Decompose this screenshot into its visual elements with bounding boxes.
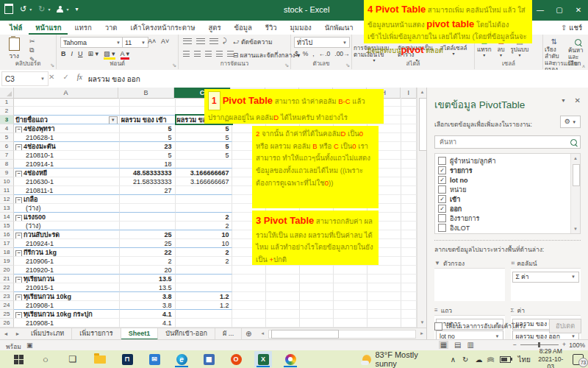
insert-function-icon[interactable]: fx bbox=[77, 73, 82, 81]
clock[interactable]: 8:29 AM 2021-10-03 bbox=[537, 347, 565, 368]
hidden-icons-chevron-icon[interactable]: ∧ bbox=[451, 355, 456, 364]
comma-format-button[interactable]: , bbox=[312, 50, 314, 57]
field-checkbox[interactable] bbox=[438, 157, 446, 165]
cell-E26[interactable] bbox=[266, 319, 300, 328]
pane-options-icon[interactable]: ▼ bbox=[561, 98, 566, 103]
cell-A9[interactable]: −4ช่องหยี bbox=[14, 168, 120, 177]
redo-icon[interactable]: ↻ bbox=[38, 4, 45, 14]
select-all-corner[interactable] bbox=[0, 88, 14, 99]
cell-C12[interactable] bbox=[176, 194, 233, 204]
cell-B14[interactable] bbox=[120, 212, 176, 222]
formula-bar-value[interactable]: ผลรวม ของ ออก bbox=[88, 74, 140, 85]
cell-A10[interactable]: 210630-1 bbox=[14, 177, 120, 186]
cell-G21[interactable] bbox=[334, 275, 368, 283]
field-checkbox[interactable] bbox=[438, 224, 446, 232]
scrollbar-thumb[interactable] bbox=[573, 164, 580, 186]
percent-format-button[interactable]: % bbox=[303, 50, 309, 57]
collapse-group-icon[interactable]: − bbox=[15, 250, 22, 257]
copy-icon[interactable]: ⧉ bbox=[29, 46, 35, 54]
zoom-slider-thumb[interactable] bbox=[538, 342, 540, 347]
cell-I7[interactable] bbox=[401, 151, 417, 160]
cell-F20[interactable] bbox=[300, 266, 334, 275]
cell-B19[interactable]: 2 bbox=[120, 257, 176, 266]
update-button[interactable]: อัปเดต bbox=[549, 319, 581, 333]
number-format-combo[interactable]: ทั่วไป▼ bbox=[294, 37, 350, 48]
cell-C4[interactable]: 5 bbox=[176, 124, 233, 133]
collapse-group-icon[interactable]: − bbox=[15, 294, 22, 301]
page-break-view-icon[interactable]: ▥ bbox=[467, 341, 474, 349]
orientation-icon[interactable]: ⤸ bbox=[223, 37, 226, 45]
note-3[interactable]: 3 Pivot Table สามารถกลับค่า ผลรวมให้เป็น… bbox=[252, 210, 379, 265]
cell-B25[interactable]: 4.1 bbox=[120, 309, 176, 319]
cell-G25[interactable] bbox=[334, 310, 368, 319]
cell-B4[interactable]: 5 bbox=[120, 124, 176, 133]
cell-H26[interactable] bbox=[368, 319, 401, 328]
row-header-15[interactable]: 15 bbox=[0, 222, 14, 230]
cell-F23[interactable] bbox=[300, 292, 334, 301]
cut-icon[interactable]: ✂ bbox=[29, 38, 35, 45]
new-sheet-icon[interactable]: ⊕ bbox=[242, 328, 255, 340]
row-header-21[interactable]: 21 bbox=[0, 275, 14, 283]
align-bottom-icon[interactable] bbox=[209, 38, 218, 45]
enter-icon[interactable]: ✓ bbox=[62, 73, 68, 81]
office-button[interactable]: O bbox=[227, 351, 245, 367]
tab-5[interactable]: สูตร bbox=[201, 21, 227, 35]
cell-E22[interactable] bbox=[266, 283, 300, 292]
sheet-tab-0[interactable]: เพิ่มประเภท bbox=[24, 328, 72, 340]
column-header-B[interactable]: B bbox=[118, 88, 174, 99]
align-top-icon[interactable] bbox=[183, 38, 192, 45]
cell-I6[interactable] bbox=[401, 142, 417, 151]
tab-7[interactable]: รีวิว bbox=[259, 21, 284, 35]
cell-E23[interactable] bbox=[266, 292, 300, 301]
cell-C19[interactable]: 2 bbox=[176, 257, 233, 266]
bold-button[interactable]: B bbox=[61, 50, 66, 57]
sheet-tab-3[interactable]: บันทึกเข้า-ออก bbox=[158, 328, 215, 340]
note-2[interactable]: 2 จากนั้น ถ้าค่าที่ได้ในคอลัมD เป็น0 หรื… bbox=[252, 126, 379, 208]
font-name-combo[interactable]: Tahoma▼ bbox=[60, 37, 123, 48]
wifi-icon[interactable]: ((( bbox=[487, 357, 495, 361]
cell-A25[interactable]: −ทุเรียนกวน 10kg กระปุก bbox=[14, 309, 120, 319]
cell-I21[interactable] bbox=[401, 275, 417, 283]
columns-well[interactable]: Σ ค่า▼ bbox=[511, 268, 581, 301]
cell-C6[interactable]: 5 bbox=[176, 141, 233, 151]
cell-F26[interactable] bbox=[300, 319, 334, 328]
grow-font-button[interactable]: A˄ bbox=[148, 38, 156, 45]
cell-I17[interactable] bbox=[401, 239, 417, 248]
cell-A16[interactable]: −กวนสับปะรด bbox=[14, 230, 120, 239]
field-item-0[interactable]: ผู้จำหน่าย/ลูกค้า bbox=[438, 156, 570, 166]
field-checkbox[interactable] bbox=[438, 185, 446, 194]
row-header-4[interactable]: 4 bbox=[0, 124, 14, 133]
cell-D20[interactable] bbox=[232, 266, 266, 275]
save-icon[interactable] bbox=[4, 4, 13, 14]
onedrive-cloud-icon[interactable]: ☁ bbox=[475, 355, 482, 364]
cell-C25[interactable] bbox=[176, 309, 233, 319]
cell-I23[interactable] bbox=[401, 292, 417, 301]
font-dialog-launcher-icon[interactable]: ⇘ bbox=[172, 63, 176, 68]
cell-D21[interactable] bbox=[232, 275, 266, 283]
collapse-group-icon[interactable]: − bbox=[15, 233, 22, 239]
start-button[interactable] bbox=[10, 351, 27, 367]
cell-A6[interactable]: −4ช่องมะตัน bbox=[14, 141, 120, 151]
field-item-5[interactable]: ✓ออก bbox=[438, 204, 570, 213]
row-header-22[interactable]: 22 bbox=[0, 283, 14, 292]
cell-I25[interactable] bbox=[401, 310, 417, 319]
cell-I22[interactable] bbox=[401, 283, 417, 292]
sheet-tab-4[interactable]: ผั ... bbox=[215, 328, 242, 340]
cell-B23[interactable]: 3.8 bbox=[120, 291, 176, 301]
task-view-button[interactable]: ❏ bbox=[64, 351, 82, 367]
edge-button[interactable]: e bbox=[173, 351, 190, 367]
row-header-6[interactable]: 6 bbox=[0, 142, 14, 151]
cell-I2[interactable] bbox=[401, 107, 417, 116]
decrease-decimal-button[interactable]: .00→ bbox=[334, 50, 349, 57]
align-left-icon[interactable] bbox=[183, 51, 190, 57]
cell-A19[interactable]: 210906-1 bbox=[14, 257, 120, 266]
tab-8[interactable]: มุมมอง bbox=[284, 21, 318, 35]
cell-F22[interactable] bbox=[300, 283, 334, 292]
italic-button[interactable]: I bbox=[71, 50, 74, 57]
tab-4[interactable]: เค้าโครงหน้ากระดาษ bbox=[124, 21, 202, 35]
calculator-button[interactable]: ▦ bbox=[200, 351, 218, 367]
cancel-icon[interactable]: ✕ bbox=[49, 73, 54, 81]
name-box[interactable]: C3 ▼ bbox=[1, 71, 49, 86]
cell-A14[interactable]: −แรง500 bbox=[14, 212, 120, 222]
tab-9[interactable]: นักพัฒนา bbox=[318, 21, 360, 35]
